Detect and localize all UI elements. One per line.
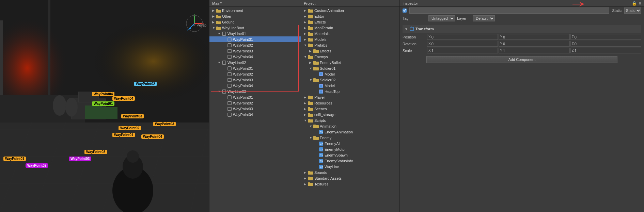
hierarchy-item[interactable]: WayPoint03 bbox=[209, 106, 301, 112]
svg-rect-52 bbox=[228, 72, 231, 76]
viewport-canvas[interactable]: Y X Z < Persp WayPoint02 WayPoint04 WayP… bbox=[0, 0, 209, 212]
hierarchy-item[interactable]: WayPoint01 bbox=[209, 36, 301, 42]
hierarchy-close-button[interactable]: = bbox=[295, 1, 298, 6]
project-item[interactable]: ▶Resources bbox=[301, 100, 399, 106]
project-item[interactable]: C#EnemyAI bbox=[301, 141, 399, 146]
project-tree[interactable]: ▶CustomAnimation▶Editor▶Effects▶MapTerra… bbox=[301, 7, 399, 212]
project-item[interactable]: C#EnemyStatusInfo bbox=[301, 158, 399, 164]
hierarchy-item-label: WayPoint01 bbox=[233, 95, 253, 99]
hierarchy-item[interactable]: WayPoint02 bbox=[209, 71, 301, 77]
project-item[interactable]: C#WayLine bbox=[301, 164, 399, 169]
project-item-label: Editor bbox=[314, 14, 324, 18]
hierarchy-item[interactable]: WayPoint03 bbox=[209, 77, 301, 83]
asset-arrow-icon: ▼ bbox=[309, 125, 313, 128]
rotation-y-field[interactable]: Y 0 bbox=[499, 41, 569, 47]
project-item[interactable]: ▶Textures bbox=[301, 181, 399, 187]
project-item[interactable]: ▶Models bbox=[301, 36, 399, 42]
hierarchy-item[interactable]: WayPoint04 bbox=[209, 83, 301, 88]
hierarchy-item[interactable]: ▼WayLine03 bbox=[209, 88, 301, 94]
project-item[interactable]: C#EnemyAnimation bbox=[301, 129, 399, 135]
project-item[interactable]: ▶Standard Assets bbox=[301, 175, 399, 181]
hierarchy-item[interactable]: WayPoint04 bbox=[209, 112, 301, 117]
project-item[interactable]: ▶Materials bbox=[301, 31, 399, 36]
project-item[interactable]: HeadTop bbox=[301, 88, 399, 94]
static-dropdown[interactable]: Static bbox=[624, 7, 641, 14]
svg-rect-105 bbox=[313, 136, 316, 137]
hierarchy-item[interactable]: ▼WayLine02 bbox=[209, 60, 301, 65]
layer-dropdown[interactable]: Default bbox=[473, 15, 495, 21]
folder-icon bbox=[308, 107, 314, 111]
scale-z-value: 1 bbox=[575, 49, 577, 53]
svg-rect-81 bbox=[313, 67, 316, 68]
tree-arrow-icon: ▼ bbox=[218, 61, 222, 64]
project-item[interactable]: C#EnemyMotor bbox=[301, 146, 399, 152]
hierarchy-item[interactable]: ▶Environment bbox=[209, 7, 301, 13]
object-active-checkbox[interactable] bbox=[403, 9, 407, 13]
folder-icon bbox=[216, 14, 222, 18]
rotation-z-field[interactable]: Z 0 bbox=[570, 41, 641, 47]
object-name-input[interactable]: WayPoint01 bbox=[409, 7, 609, 14]
hierarchy-tree[interactable]: ▶Environment▶Other▶Ground▼WayLineBoot▼Wa… bbox=[209, 7, 301, 212]
folder-icon bbox=[308, 101, 314, 105]
tag-dropdown[interactable]: Untagged bbox=[428, 15, 455, 21]
hierarchy-item-label: WayPoint04 bbox=[233, 84, 253, 88]
svg-text:C#: C# bbox=[320, 160, 324, 163]
hierarchy-item[interactable]: ▼WayLine01 bbox=[209, 31, 301, 36]
hierarchy-item[interactable]: WayPoint02 bbox=[209, 42, 301, 48]
scale-z-field[interactable]: Z 1 bbox=[570, 48, 641, 53]
project-item-label: Animation bbox=[320, 124, 336, 128]
hierarchy-item[interactable]: ▶Other bbox=[209, 13, 301, 19]
project-item[interactable]: ▼Scripts bbox=[301, 117, 399, 123]
project-item[interactable]: Model bbox=[301, 83, 399, 88]
viewport-panel: Y X Z < Persp WayPoint02 WayPoint04 WayP… bbox=[0, 0, 209, 212]
project-item[interactable]: ▶Scenes bbox=[301, 106, 399, 112]
rotation-x-field[interactable]: X 0 bbox=[427, 41, 498, 47]
inspector-lock-icon[interactable]: 🔒 bbox=[632, 1, 637, 6]
folder-icon bbox=[313, 135, 320, 140]
transform-section[interactable]: ▼ Transform bbox=[403, 25, 641, 33]
add-component-button[interactable]: Add Component bbox=[426, 56, 617, 63]
hierarchy-item-label: WayLineBoot bbox=[222, 26, 244, 30]
svg-rect-51 bbox=[228, 67, 231, 70]
project-item[interactable]: ▼Prefabs bbox=[301, 42, 399, 48]
scale-y-field[interactable]: Y 1 bbox=[499, 48, 569, 53]
hierarchy-item[interactable]: WayPoint01 bbox=[209, 94, 301, 100]
project-item[interactable]: ▶MapTerrain bbox=[301, 25, 399, 31]
inspector-menu-icon[interactable]: ≡ bbox=[639, 1, 641, 6]
position-y-field[interactable]: Y 0 bbox=[499, 34, 569, 40]
project-item[interactable]: ▶Effects bbox=[301, 19, 399, 25]
project-item[interactable]: ▶Sounds bbox=[301, 169, 399, 175]
project-item[interactable]: ▶CustomAnimation bbox=[301, 7, 399, 13]
red-arrow-indicator bbox=[572, 1, 586, 7]
project-item[interactable]: ▼Soldier01 bbox=[301, 65, 399, 71]
project-item[interactable]: ▶EnemyBullet bbox=[301, 60, 399, 65]
project-item[interactable]: ▶Effects bbox=[301, 48, 399, 54]
project-item[interactable]: ▼Animation bbox=[301, 123, 399, 129]
project-item[interactable]: Model bbox=[301, 71, 399, 77]
scale-y-value: 1 bbox=[503, 49, 505, 53]
hierarchy-item[interactable]: WayPoint02 bbox=[209, 100, 301, 106]
scale-x-field[interactable]: X 1 bbox=[427, 48, 498, 53]
hierarchy-item[interactable]: WayPoint01 bbox=[209, 65, 301, 71]
folder-icon bbox=[216, 26, 222, 30]
hierarchy-item[interactable]: WayPoint04 bbox=[209, 54, 301, 60]
project-panel: Project ▶CustomAnimation▶Editor▶Effects▶… bbox=[301, 0, 400, 212]
svg-point-22 bbox=[127, 150, 139, 163]
project-item[interactable]: ▼Soldier02 bbox=[301, 77, 399, 83]
project-item[interactable]: ▶Editor bbox=[301, 13, 399, 19]
project-item[interactable]: ▶scifi_storage bbox=[301, 112, 399, 117]
project-item[interactable]: ▶Player bbox=[301, 94, 399, 100]
project-item[interactable]: ▼Enemys bbox=[301, 54, 399, 60]
position-z-field[interactable]: Z 0 bbox=[570, 34, 641, 40]
hierarchy-item[interactable]: ▼WayLineBoot bbox=[209, 25, 301, 31]
hierarchy-item[interactable]: WayPoint03 bbox=[209, 48, 301, 54]
hierarchy-item[interactable]: ▶Ground bbox=[209, 19, 301, 25]
wp-label-waypoint01-1: WayPoint01 bbox=[92, 101, 114, 106]
inspector-title: Inspector bbox=[403, 1, 418, 5]
gameobj-icon bbox=[227, 48, 233, 53]
project-item[interactable]: ▼Enemy bbox=[301, 135, 399, 141]
svg-text:Z: Z bbox=[187, 29, 189, 32]
project-item[interactable]: C#EnemySpawn bbox=[301, 152, 399, 158]
position-x-field[interactable]: X 0 bbox=[427, 34, 498, 40]
svg-rect-38 bbox=[216, 9, 218, 11]
